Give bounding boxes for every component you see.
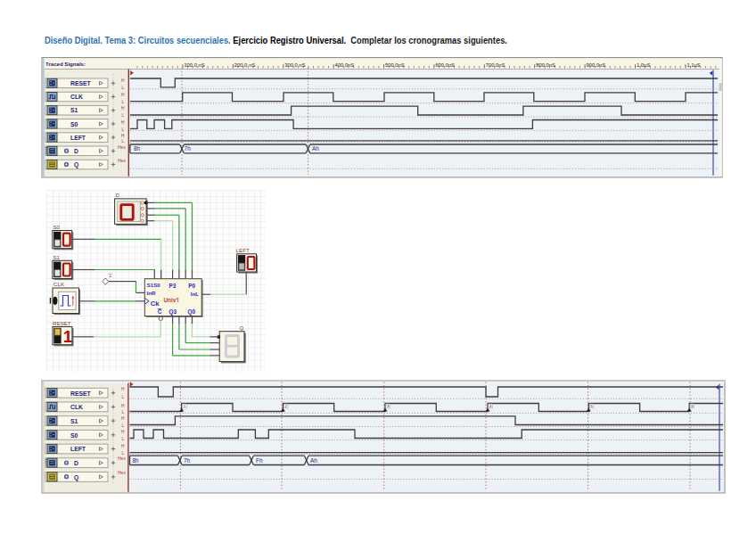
svg-text:L: L xyxy=(122,86,125,90)
svg-text:LEFT: LEFT xyxy=(70,135,86,141)
svg-text:Univ'l: Univ'l xyxy=(164,297,179,303)
svg-text:CLK: CLK xyxy=(70,404,83,410)
svg-text:L: L xyxy=(122,423,125,428)
svg-text:500,0nS: 500,0nS xyxy=(385,62,405,68)
svg-text:700,0nS: 700,0nS xyxy=(486,62,505,68)
svg-text:8h: 8h xyxy=(134,145,141,152)
svg-text:InR: InR xyxy=(147,290,156,296)
svg-text:L: L xyxy=(122,395,125,399)
svg-text:H: H xyxy=(121,106,125,111)
svg-text:S1S0: S1S0 xyxy=(147,283,160,288)
svg-text:H: H xyxy=(121,134,125,138)
svg-text:400,0nS: 400,0nS xyxy=(335,62,355,68)
svg-text:S1: S1 xyxy=(70,418,78,424)
svg-text:7h: 7h xyxy=(185,145,192,152)
svg-text:H: H xyxy=(121,416,125,421)
svg-text:L: L xyxy=(122,100,125,104)
svg-text:LEFT: LEFT xyxy=(70,446,86,452)
svg-text:L: L xyxy=(122,127,125,132)
svg-text:1,0µS: 1,0µS xyxy=(637,62,650,68)
svg-text:Q: Q xyxy=(240,325,244,331)
svg-text:InL: InL xyxy=(191,291,199,297)
svg-text:1,1µS: 1,1µS xyxy=(686,62,700,68)
svg-text:RESET: RESET xyxy=(70,80,92,86)
svg-text:P3: P3 xyxy=(169,283,177,289)
svg-text:Q: Q xyxy=(74,161,78,168)
svg-text:Hex: Hex xyxy=(118,456,126,461)
svg-text:800,0nS: 800,0nS xyxy=(536,62,555,68)
svg-text:L: L xyxy=(122,113,125,118)
svg-text:H: H xyxy=(121,93,125,97)
svg-text:Ck: Ck xyxy=(151,300,160,308)
svg-text:CLK: CLK xyxy=(53,281,65,287)
svg-text:Hex: Hex xyxy=(118,158,126,163)
svg-text:300,0 nS: 300,0 nS xyxy=(284,62,305,68)
svg-text:CLK: CLK xyxy=(70,94,83,100)
svg-text:LEFT: LEFT xyxy=(236,247,250,253)
svg-text:900,0nS: 900,0nS xyxy=(587,62,606,68)
svg-text:Q0: Q0 xyxy=(188,308,196,316)
svg-text:Fh: Fh xyxy=(256,457,263,464)
svg-text:H: H xyxy=(121,444,125,448)
svg-text:RESET: RESET xyxy=(53,320,71,326)
svg-text:H: H xyxy=(121,78,125,83)
svg-text:S0: S0 xyxy=(70,432,78,439)
svg-text:H: H xyxy=(121,120,125,125)
svg-text:C: C xyxy=(158,308,162,315)
svg-text:S0: S0 xyxy=(70,121,78,127)
svg-text:200,0 nS: 200,0 nS xyxy=(234,62,255,68)
svg-text:L: L xyxy=(122,437,125,441)
svg-text:'1': '1' xyxy=(108,273,113,278)
svg-text:RESET: RESET xyxy=(70,390,92,397)
svg-text:H: H xyxy=(121,404,125,408)
svg-text:7h: 7h xyxy=(184,457,191,464)
svg-text:D: D xyxy=(74,148,78,154)
svg-text:Hex: Hex xyxy=(118,470,126,475)
svg-text:Traced Signals:: Traced Signals: xyxy=(45,61,86,67)
svg-text:P0: P0 xyxy=(188,283,195,289)
svg-text:S1: S1 xyxy=(70,107,78,113)
svg-text:1: 1 xyxy=(63,327,73,346)
svg-text:Q3: Q3 xyxy=(169,308,177,316)
svg-text:H: H xyxy=(121,430,125,434)
svg-text:Q: Q xyxy=(74,474,78,481)
svg-text:L: L xyxy=(122,410,125,415)
svg-text:Ah: Ah xyxy=(312,145,319,152)
svg-text:100,0 nS: 100,0 nS xyxy=(184,62,204,68)
svg-text:8h: 8h xyxy=(133,457,140,464)
svg-text:D: D xyxy=(116,192,120,198)
svg-text:Ah: Ah xyxy=(310,457,317,464)
svg-text:H: H xyxy=(121,387,125,391)
svg-text:S1: S1 xyxy=(53,254,60,260)
svg-text:D: D xyxy=(74,460,78,466)
svg-text:S0: S0 xyxy=(53,224,60,230)
svg-text:Hex: Hex xyxy=(118,144,126,150)
svg-text:L: L xyxy=(122,139,125,144)
svg-text:600,0nS: 600,0nS xyxy=(435,62,455,68)
